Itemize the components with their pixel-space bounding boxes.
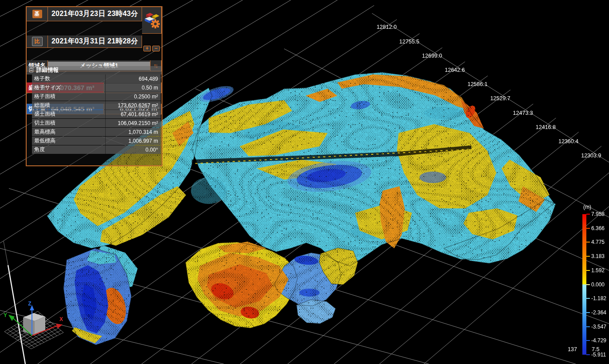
region-row: 領域名 メッシュ領域1 ↑↓: [27, 34, 162, 45]
details-table: 格子数694,489格子サイズ0.50 m格子面積0.2500 m²総面積173…: [32, 74, 161, 154]
color-scale-tick-label: 7.958: [591, 211, 605, 217]
color-scale-tick-mark: [586, 354, 590, 355]
application-window: 基 2021年03月23日 23時43分 比 2021年03月31日 21時28…: [0, 0, 609, 364]
base-badge-cell: 基: [27, 7, 48, 21]
plus-button[interactable]: +: [143, 46, 151, 51]
details-row-label: 盛土面積: [32, 110, 105, 118]
base-date: 2021年03月23日 23時43分: [48, 7, 142, 21]
color-scale-tick-mark: [586, 298, 590, 299]
details-row: 最低標高1,006.997 m: [32, 137, 161, 145]
details-row: 最高標高1,070.314 m: [32, 128, 161, 136]
collapse-icon[interactable]: [29, 68, 33, 72]
color-scale-tick-label: -3.547: [591, 324, 606, 329]
color-scale-tick-mark: [586, 284, 590, 285]
details-row-value: 106,049.2150 m²: [106, 120, 161, 126]
color-scale-tick-label: 3.183: [591, 254, 605, 259]
details-row-label: 角度: [32, 146, 105, 153]
details-row: 格子サイズ0.50 m: [32, 83, 161, 92]
color-scale-tick-label: -2.364: [591, 310, 606, 315]
details-row-label: 最低標高: [32, 137, 105, 145]
cut-volume-row: 切土量 64,048.545 m³ 6,021.822 m³: [27, 55, 162, 66]
color-scale-tick-mark: [586, 256, 590, 257]
color-scale-tick-mark: [586, 326, 590, 327]
details-row: 切土面積106,049.2150 m²: [32, 119, 161, 127]
details-row-value: 67,401.6619 m²: [106, 111, 161, 117]
color-scale-tick-mark: [586, 270, 590, 271]
color-scale-tick-mark: [586, 214, 590, 215]
compare-settings-button[interactable]: [142, 7, 162, 34]
details-row: 角度0.00°: [32, 145, 161, 154]
details-row-value: 1,006.997 m: [106, 138, 161, 144]
color-scale-unit: (m): [583, 204, 591, 210]
details-row-value: 694,489: [106, 76, 161, 82]
details-row: 格子数694,489: [32, 74, 161, 83]
color-scale-gradient: [582, 214, 586, 355]
color-scale-tick-label: 1.592: [591, 268, 605, 273]
elevation-color-scale: (m) 7.9586.3664.7753.1831.5920.000-1.182…: [578, 204, 609, 357]
fill-volume-row: 盛土量 70,070.367 m³ + −: [27, 45, 162, 55]
details-row-label: 切土面積: [32, 119, 105, 127]
color-scale-tick-label: -4.729: [591, 338, 606, 343]
details-row: 格子面積0.2500 m²: [32, 92, 161, 101]
details-section-header[interactable]: 詳細情報: [27, 66, 162, 74]
color-scale-tick-label: -5.911: [591, 352, 606, 357]
comparison-info-panel: 基 2021年03月23日 23時43分 比 2021年03月31日 21時28…: [26, 6, 162, 166]
minus-button[interactable]: −: [152, 46, 160, 51]
details-row-label: 格子数: [32, 75, 105, 82]
color-scale-tick-mark: [586, 242, 590, 243]
color-scale-tick-label: 4.775: [591, 239, 605, 245]
base-badge: 基: [32, 10, 42, 18]
details-row: 盛土面積67,401.6619 m²: [32, 110, 161, 118]
details-row-value: 0.2500 m²: [106, 94, 161, 100]
color-scale-tick-mark: [586, 228, 590, 229]
details-row-label: 格子面積: [32, 93, 105, 100]
details-row-value: 0.00°: [106, 147, 161, 153]
details-row-label: 総面積: [32, 102, 105, 109]
color-scale-tick-mark: [586, 312, 590, 313]
details-row-label: 格子サイズ: [32, 84, 105, 91]
color-scale-tick-mark: [586, 340, 590, 341]
details-row-value: 173,620.6267 m²: [106, 102, 161, 109]
color-scale-tick-label: 0.000: [591, 282, 605, 287]
details-row-label: 最高標高: [32, 128, 105, 136]
details-title: 詳細情報: [36, 67, 59, 74]
compare-date-row: 比 2021年03月31日 21時28分: [27, 21, 162, 34]
color-scale-tick-label: -1.182: [591, 296, 606, 301]
layers-gear-icon: [143, 12, 160, 29]
details-row: 総面積173,620.6267 m²: [32, 101, 161, 110]
base-date-row: 基 2021年03月23日 23時43分: [27, 7, 162, 21]
color-scale-tick-label: 6.366: [591, 226, 605, 231]
details-row-value: 1,070.314 m: [106, 129, 161, 135]
details-row-value: 0.50 m: [106, 85, 161, 91]
